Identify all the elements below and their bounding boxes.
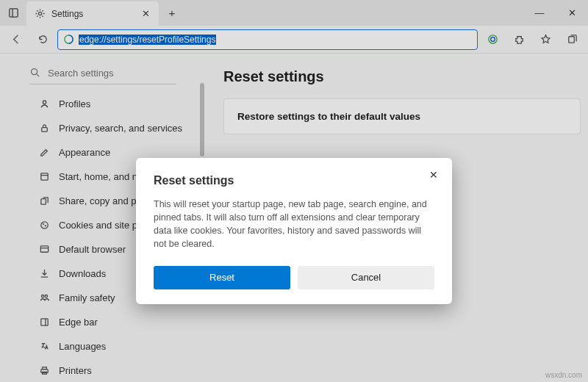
modal-overlay: ✕ Reset settings This will reset your st… [0,0,588,382]
dialog-buttons: Reset Cancel [154,266,434,289]
watermark: wsxdn.com [545,371,582,379]
dialog-body: This will reset your startup page, new t… [154,198,434,251]
dialog-close-button[interactable]: ✕ [426,167,442,183]
dialog-title: Reset settings [154,174,434,187]
cancel-button[interactable]: Cancel [298,266,434,289]
reset-button[interactable]: Reset [154,266,290,289]
reset-settings-dialog: ✕ Reset settings This will reset your st… [136,158,452,304]
